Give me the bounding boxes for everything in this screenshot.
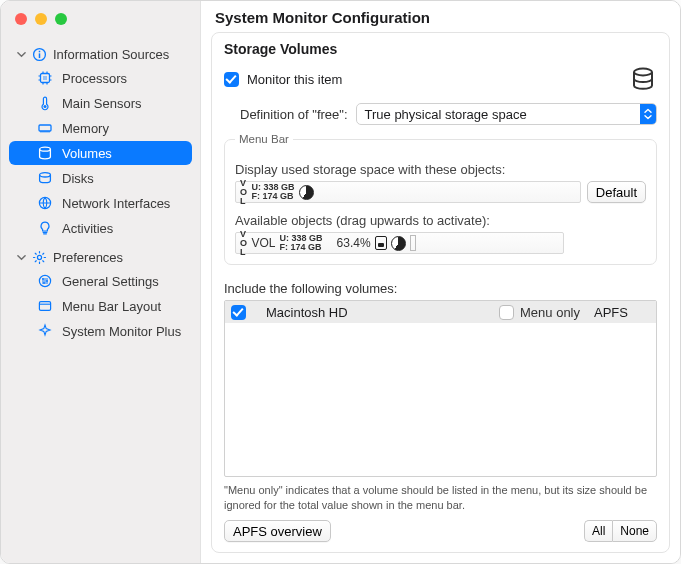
svg-point-8 — [40, 173, 51, 177]
svg-point-7 — [40, 147, 51, 151]
svg-point-13 — [46, 280, 48, 282]
monitor-label: Monitor this item — [247, 72, 342, 87]
sidebar-item-memory[interactable]: Memory — [9, 116, 192, 140]
sidebar-item-label: System Monitor Plus — [62, 324, 181, 339]
section-label: Information Sources — [53, 47, 169, 62]
close-icon[interactable] — [15, 13, 27, 25]
sidebar-item-network[interactable]: Network Interfaces — [9, 191, 192, 215]
available-label: Available objects (drag upwards to activ… — [235, 213, 646, 228]
svg-rect-6 — [39, 125, 51, 131]
minimize-icon[interactable] — [35, 13, 47, 25]
disk-icon — [37, 170, 53, 186]
sidebar-item-label: General Settings — [62, 274, 159, 289]
volumes-table: Macintosh HD Menu only APFS — [224, 300, 657, 477]
sidebar-item-label: Menu Bar Layout — [62, 299, 161, 314]
vol-tag: V O L — [240, 230, 248, 257]
sidebar-item-general[interactable]: General Settings — [9, 269, 192, 293]
footnote: "Menu only" indicates that a volume shou… — [224, 483, 657, 512]
zoom-icon[interactable] — [55, 13, 67, 25]
table-row[interactable]: Macintosh HD Menu only APFS — [225, 301, 656, 323]
apfs-overview-button[interactable]: APFS overview — [224, 520, 331, 542]
group-label: Menu Bar — [235, 133, 293, 145]
vol-tag: V O L — [240, 179, 248, 206]
svg-rect-4 — [43, 76, 47, 80]
include-label: Include the following volumes: — [224, 281, 657, 296]
volume-icon — [37, 145, 53, 161]
definition-select[interactable]: True physical storage space — [356, 103, 657, 125]
sliders-icon — [37, 273, 53, 289]
network-icon — [37, 195, 53, 211]
menu-only-checkbox[interactable] — [499, 305, 514, 320]
pie-icon — [391, 236, 406, 251]
svg-rect-15 — [39, 302, 50, 311]
slot-placeholder — [410, 235, 416, 251]
bulb-icon — [37, 220, 53, 236]
gear-icon — [32, 250, 47, 265]
volume-include-checkbox[interactable] — [231, 305, 246, 320]
layout-icon — [37, 298, 53, 314]
sidebar-item-label: Network Interfaces — [62, 196, 170, 211]
sidebar-item-label: Main Sensors — [62, 96, 141, 111]
storage-icon — [629, 65, 657, 93]
sidebar-item-label: Volumes — [62, 146, 112, 161]
sidebar-item-label: Processors — [62, 71, 127, 86]
sidebar-item-volumes[interactable]: Volumes — [9, 141, 192, 165]
available-objects-strip[interactable]: V O L VOL U: 338 GB F: 174 GB 63.4% — [235, 232, 564, 254]
select-none-button[interactable]: None — [612, 520, 657, 542]
section-label: Preferences — [53, 250, 123, 265]
svg-point-12 — [42, 278, 44, 280]
sidebar-item-activities[interactable]: Activities — [9, 216, 192, 240]
sidebar-item-disks[interactable]: Disks — [9, 166, 192, 190]
menu-only-label: Menu only — [520, 305, 580, 320]
thermometer-icon — [37, 95, 53, 111]
sidebar-item-label: Memory — [62, 121, 109, 136]
section-preferences[interactable]: Preferences — [9, 246, 192, 269]
memory-icon — [37, 120, 53, 136]
sparkle-icon — [37, 323, 53, 339]
svg-point-16 — [634, 69, 652, 76]
pie-icon — [299, 185, 314, 200]
info-icon — [32, 47, 47, 62]
volume-name: Macintosh HD — [266, 305, 348, 320]
sidebar-item-plus[interactable]: System Monitor Plus — [9, 319, 192, 343]
default-button[interactable]: Default — [587, 181, 646, 203]
active-objects-strip[interactable]: V O L U: 338 GB F: 174 GB — [235, 181, 581, 203]
cpu-icon — [37, 70, 53, 86]
definition-label: Definition of "free": — [240, 107, 348, 122]
svg-rect-2 — [39, 51, 41, 53]
sidebar-item-processors[interactable]: Processors — [9, 66, 192, 90]
select-all-button[interactable]: All — [584, 520, 612, 542]
chevron-down-icon — [17, 50, 26, 59]
monitor-checkbox[interactable] — [224, 72, 239, 87]
window-title: System Monitor Configuration — [201, 1, 680, 32]
svg-point-14 — [43, 282, 45, 284]
sidebar-item-label: Disks — [62, 171, 94, 186]
chevron-down-icon — [17, 253, 26, 262]
svg-point-10 — [37, 255, 41, 259]
percent-value: 63.4% — [337, 236, 371, 250]
definition-value: True physical storage space — [365, 107, 527, 122]
sidebar-item-main-sensors[interactable]: Main Sensors — [9, 91, 192, 115]
display-label: Display used storage space with these ob… — [235, 162, 646, 177]
sidebar-item-menubar-layout[interactable]: Menu Bar Layout — [9, 294, 192, 318]
svg-point-5 — [44, 105, 47, 108]
select-arrows-icon — [640, 104, 656, 124]
volume-fs: APFS — [594, 305, 650, 320]
menu-bar-group: Menu Bar Display used storage space with… — [224, 139, 657, 265]
svg-rect-1 — [39, 53, 41, 58]
used-free-stats: U: 338 GB F: 174 GB — [252, 183, 295, 201]
section-information-sources[interactable]: Information Sources — [9, 43, 192, 66]
drive-icon — [375, 236, 387, 250]
used-free-stats: U: 338 GB F: 174 GB — [280, 234, 323, 252]
vol-word: VOL — [252, 236, 276, 250]
page-title: Storage Volumes — [224, 41, 657, 57]
sidebar-item-label: Activities — [62, 221, 113, 236]
